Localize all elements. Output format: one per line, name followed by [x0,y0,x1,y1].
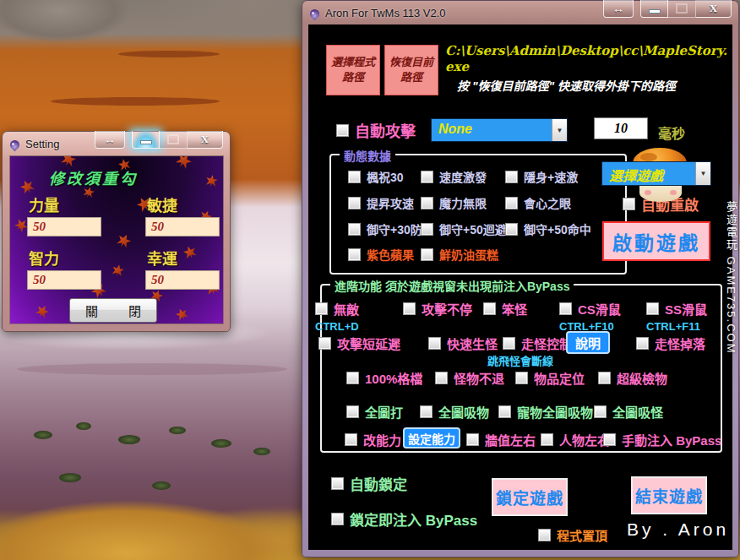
maple-leaf [204,174,219,188]
cb-auto-attack[interactable]: 自動攻擊 [336,119,416,141]
lock-game-button[interactable]: 鎖定遊戲 [492,478,568,516]
cb-attack-speed-up[interactable]: 提昇攻速 [348,194,414,211]
checkbox-icon [503,337,515,350]
cb-item-position[interactable]: 物品定位 [515,369,585,387]
checkbox-icon [421,223,433,236]
cb-manual-inject-bypass[interactable]: 手動注入 ByPass [603,431,721,449]
cb-mob-no-retreat[interactable]: 怪物不退 [435,369,504,387]
checkbox-icon [315,302,328,315]
select-path-button[interactable]: 選擇程式路徑 [326,45,380,95]
cb-auto-lock[interactable]: 自動鎖定 [331,473,407,494]
minimize-icon [649,9,661,14]
mob-control-note: 跳飛怪會斷線 [487,352,553,368]
cb-mob-drop[interactable]: 走怪掉落 [636,334,705,352]
chevron-down-icon[interactable]: ▼ [695,162,710,185]
cb-lock-inject-bypass[interactable]: 鎖定即注入 ByPass [331,508,477,530]
cb-invincible[interactable]: 無敵 CTRL+D [315,300,359,333]
pin-toggle-button[interactable]: ↔ [95,131,125,149]
checkbox-icon [541,433,553,446]
mushroom-mascot-face [639,183,682,202]
checkbox-icon [505,171,518,183]
cb-fullmap-vac-mob[interactable]: 全圖吸怪 [594,403,663,421]
checkbox-icon [435,372,448,384]
checkbox-icon [345,433,357,446]
shrub [59,473,81,482]
int-input[interactable] [27,270,101,290]
checkbox-icon [420,405,433,418]
cb-fullmap-vac-item[interactable]: 全圖吸物 [420,403,489,421]
setting-close-button[interactable]: 關 閉 [69,298,157,323]
stat-label-dex: 敏捷 [147,193,177,215]
cb-guard-acc50[interactable]: 御守+50命中 [505,220,591,237]
pin-toggle-button[interactable]: ↔ [603,0,634,18]
cb-speed-burst[interactable]: 速度激發 [421,168,487,185]
main-content: 選擇程式路徑 恢復目前路徑 C:\Users\Admin\Desktop\cc\… [308,24,732,550]
cb-cream-cake[interactable]: 鮮奶油蛋糕 [421,246,498,263]
cb-topmost[interactable]: 程式置頂 [538,526,607,544]
chevron-down-icon[interactable]: ▼ [552,119,567,141]
str-input[interactable] [27,217,101,237]
cb-unlimited-mp[interactable]: 魔力無限 [421,194,487,211]
checkbox-icon [348,197,361,209]
cb-maple-blessing-30[interactable]: 楓祝30 [348,168,404,185]
cb-pet-fullmap-vac[interactable]: 寵物全圖吸物 [498,403,593,421]
cb-hide-speed[interactable]: 隱身+速激 [505,168,578,185]
checkbox-icon [466,433,479,446]
advanced-group-title: 進階功能 須於遊戲視窗未出現前注入ByPass [330,277,574,294]
end-game-button[interactable]: 結束遊戲 [631,476,707,514]
cb-edit-ability[interactable]: 改能力 [345,431,401,449]
cb-short-attack-delay[interactable]: 攻擊短延遲 [318,334,400,352]
close-button[interactable]: X [188,131,223,149]
rock-streak [51,97,220,106]
cb-ss-mouse[interactable]: SS滑鼠 CTRL+F11 [646,300,707,333]
cb-critical-eye[interactable]: 會心之眼 [505,194,571,211]
help-button[interactable]: 說明 [566,331,610,354]
cb-guard-avoid50[interactable]: 御守+50迴避 [421,220,507,237]
checkbox-icon [403,302,416,315]
checkbox-icon [348,223,361,236]
cb-purple-apple[interactable]: 紫色蘋果 [348,246,414,263]
main-window: Aron For TwMs 113 V2.0 ↔ X 選擇程式路徑 恢復目前路徑… [302,0,739,557]
cb-mob-control[interactable]: 走怪控制 [503,334,572,352]
interval-input[interactable] [594,117,648,139]
checkbox-icon [421,248,433,261]
stat-label-int: 智力 [29,247,59,269]
setting-titlebar[interactable]: Setting ↔ X [3,132,230,155]
cb-guard-def30[interactable]: 御守+30防 [348,220,422,237]
cb-dumb-mob[interactable]: 笨怪 [483,300,527,318]
setting-window: Setting ↔ X 修改須重勾 力量 敏捷 智力 [2,131,231,332]
shrub [76,422,91,430]
restore-path-button[interactable]: 恢復目前路徑 [384,45,438,95]
start-game-button[interactable]: 啟動遊戲 [602,221,710,261]
minimize-button[interactable] [132,131,160,149]
shrub [34,431,52,439]
hotkey-label: CTRL+D [315,320,359,333]
main-titlebar[interactable]: Aron For TwMs 113 V2.0 ↔ X [302,1,738,24]
cb-fast-spawn[interactable]: 快速生怪 [428,334,498,352]
checkbox-icon [646,302,659,315]
minimize-button[interactable] [640,0,668,18]
maximize-button[interactable] [668,0,696,18]
cb-nonstop-attack[interactable]: 攻擊不停 [403,300,472,318]
cb-wall-left-right[interactable]: 牆值左右 [466,431,536,449]
dex-input[interactable] [145,217,220,237]
cb-cs-mouse[interactable]: CS滑鼠 CTRL+F10 [559,300,621,333]
cb-fullmap-attack[interactable]: 全圖打 [346,403,403,421]
luk-input[interactable] [145,270,220,290]
attack-skill-dropdown[interactable]: None ▼ [431,118,568,142]
cb-super-loot[interactable]: 超級檢物 [598,369,667,387]
checkbox-icon [498,405,511,418]
cb-char-left-right[interactable]: 人物左右 [541,431,610,449]
maximize-icon [167,134,179,144]
maple-leaf [182,244,199,261]
set-ability-button[interactable]: 設定能力 [403,427,460,449]
site-watermark: 夢遊電玩 GAME735.COM [723,201,739,355]
checkbox-icon [538,529,551,541]
cb-100-guard[interactable]: 100%格檔 [346,369,422,387]
game-select-dropdown[interactable]: 選擇遊戲 ▼ [601,161,711,186]
checkbox-icon [623,198,635,210]
close-button[interactable]: X [696,0,732,18]
maximize-button[interactable] [160,131,188,149]
hotkey-label: CTRL+F11 [646,320,700,333]
maple-leaf [174,307,191,323]
